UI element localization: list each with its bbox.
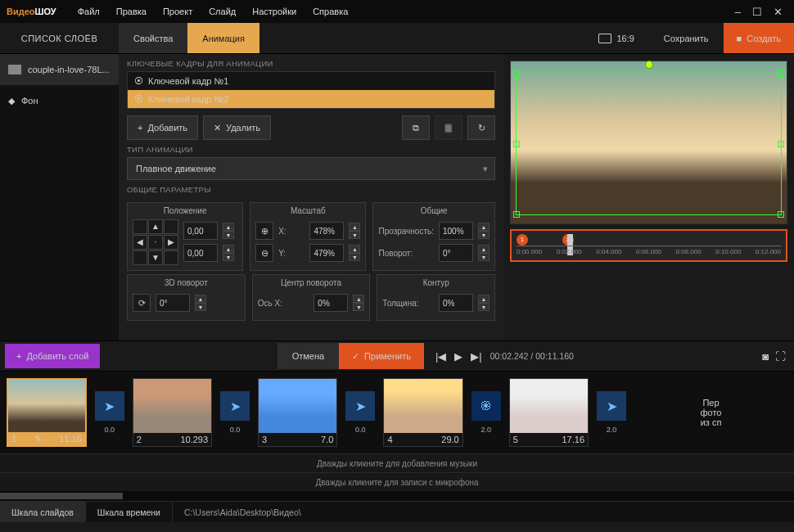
thickness-input[interactable]: 0% (439, 294, 473, 312)
transition[interactable]: ➤0.0 (220, 378, 250, 447)
tab-properties[interactable]: Свойства (119, 23, 187, 53)
selection-box[interactable] (516, 73, 782, 215)
minimize-icon[interactable]: – (735, 6, 741, 18)
aspect-ratio[interactable]: 16:9 (584, 23, 648, 53)
file-path: C:\Users\Aida\Desktop\Видео\ (173, 502, 313, 522)
copy-button[interactable]: ⧉ (402, 115, 430, 140)
video-camera-icon: ■ (737, 34, 742, 43)
stepper-down[interactable]: ▼ (223, 231, 234, 239)
prev-button[interactable]: |◀ (435, 350, 446, 363)
zoom-out-icon[interactable]: ⊖ (255, 244, 273, 262)
resize-handle[interactable] (513, 70, 520, 77)
app-logo: ВидеоШОУ (7, 6, 56, 17)
cancel-button[interactable]: Отмена (277, 343, 339, 369)
transition[interactable]: ➤2.0 (597, 378, 626, 447)
transition-icon: ➤ (345, 391, 375, 421)
layer-item[interactable]: ◆Фон (0, 85, 119, 116)
add-layer-button[interactable]: +Добавить слой (5, 344, 100, 368)
transition[interactable]: ֎2.0 (471, 378, 501, 447)
pin-icon: ⦿ (134, 76, 143, 86)
next-button[interactable]: ▶| (471, 350, 481, 363)
rotation-handle[interactable] (645, 61, 653, 69)
pos-x-input[interactable]: 0,00 (183, 222, 218, 240)
keyframes-header: КЛЮЧЕВЫЕ КАДРЫ ДЛЯ АНИМАЦИИ (127, 59, 495, 68)
anim-type-select[interactable]: Плавное движение (127, 157, 495, 180)
clipboard-icon: 📋 (443, 123, 454, 133)
resize-handle[interactable] (778, 141, 784, 147)
save-button[interactable]: Сохранить (649, 23, 724, 53)
slide-thumb[interactable]: 210.293 (133, 378, 212, 447)
delete-keyframe-button[interactable]: ✕Удалить (203, 115, 271, 140)
position-anchor-grid[interactable]: ▲ ◀·▶ ▼ (133, 219, 178, 265)
toolbar: СПИСОК СЛОЁВ Свойства Анимация 16:9 Сохр… (0, 23, 794, 54)
check-icon: ✓ (352, 351, 359, 362)
scroll-thumb[interactable] (0, 493, 123, 499)
layers-panel-title: СПИСОК СЛОЁВ (0, 23, 119, 53)
pos-y-input[interactable]: 0,00 (183, 244, 218, 262)
snapshot-icon[interactable]: ◙ (762, 350, 769, 363)
slide-thumb[interactable]: 429.0 (383, 378, 462, 447)
preview-canvas[interactable] (510, 61, 787, 224)
background-icon: ◆ (8, 96, 15, 106)
plus-icon: + (16, 351, 21, 361)
menu-settings[interactable]: Настройки (244, 7, 305, 16)
transition-icon: ➤ (95, 391, 124, 421)
paste-button[interactable]: 📋 (435, 115, 462, 140)
menu-edit[interactable]: Правка (108, 7, 155, 16)
menu-file[interactable]: Файл (70, 7, 108, 16)
refresh-icon: ↻ (478, 123, 485, 133)
pivot-x-input[interactable]: 0% (314, 294, 348, 312)
keyframe-list: ⦿Ключевой кадр №1 ⦿Ключевой кадр №2 (127, 71, 495, 109)
scale-y-input[interactable]: 479% (309, 244, 344, 262)
rotate3d-icon[interactable]: ⟳ (133, 294, 151, 312)
fullscreen-icon[interactable]: ⛶ (775, 350, 786, 363)
mic-track[interactable]: Дважды кликните для записи с микрофона (0, 472, 794, 491)
slide-thumb[interactable]: 517.16 (509, 378, 589, 447)
slide-thumb[interactable]: 1✎11.16 (7, 378, 87, 447)
apply-button[interactable]: ✓Применить (339, 343, 424, 369)
slide-thumb[interactable]: 37.0 (258, 378, 337, 447)
tab-slide-scale[interactable]: Шкала слайдов (0, 502, 86, 522)
rot3d-input[interactable]: 0° (156, 294, 190, 312)
menu-help[interactable]: Справка (305, 7, 356, 16)
keyframe-timeline[interactable]: 1 2 0:00.0000:02.0000:04.0000:06.0000:08… (510, 229, 787, 262)
stepper-down[interactable]: ▼ (223, 253, 234, 261)
pivot-group: Центр поворота Ось X:0%▲▼ (252, 274, 371, 321)
tab-time-scale[interactable]: Шкала времени (86, 502, 173, 522)
layer-item[interactable]: couple-in-love-78L... (0, 54, 119, 85)
resize-handle[interactable] (778, 211, 784, 218)
transition[interactable]: ➤0.0 (345, 378, 375, 447)
layers-panel: couple-in-love-78L... ◆Фон (0, 54, 119, 340)
status-bar: Шкала слайдов Шкала времени C:\Users\Aid… (0, 501, 794, 522)
contour-group: Контур Толщина:0%▲▼ (377, 274, 495, 321)
menu-project[interactable]: Проект (155, 7, 201, 16)
create-button[interactable]: ■Создать (724, 23, 794, 53)
action-bar: +Добавить слой Отмена ✓Применить |◀ ▶ ▶|… (0, 340, 794, 372)
add-keyframe-button[interactable]: +Добавить (127, 115, 198, 140)
scale-x-input[interactable]: 478% (309, 222, 344, 240)
resize-handle[interactable] (513, 211, 520, 218)
stepper-up[interactable]: ▲ (223, 245, 234, 253)
edit-icon[interactable]: ✎ (34, 434, 42, 444)
keyframe-item[interactable]: ⦿Ключевой кадр №1 (128, 72, 494, 90)
resize-handle[interactable] (513, 141, 520, 147)
tab-animation[interactable]: Анимация (187, 23, 259, 53)
play-button[interactable]: ▶ (454, 350, 462, 363)
keyframe-item[interactable]: ⦿Ключевой кадр №2 (128, 90, 494, 108)
kf-marker-1[interactable]: 1 (517, 234, 528, 246)
audio-tracks: Дважды кликните для добавления музыки Дв… (0, 453, 794, 491)
pin-icon: ⦿ (134, 94, 143, 104)
stepper-up[interactable]: ▲ (223, 223, 234, 231)
resize-handle[interactable] (778, 70, 784, 77)
maximize-icon[interactable]: ☐ (752, 6, 762, 18)
close-icon[interactable]: ✕ (774, 6, 783, 18)
timeline-scrollbar[interactable] (0, 491, 794, 501)
menu-slide[interactable]: Слайд (201, 7, 244, 16)
opacity-input[interactable]: 100% (439, 222, 473, 240)
copy-icon: ⧉ (413, 123, 419, 133)
refresh-button[interactable]: ↻ (467, 115, 495, 140)
zoom-in-icon[interactable]: ⊕ (255, 222, 273, 240)
rotation-input[interactable]: 0° (439, 244, 473, 262)
transition[interactable]: ➤0.0 (95, 378, 124, 447)
music-track[interactable]: Дважды кликните для добавления музыки (0, 453, 794, 472)
